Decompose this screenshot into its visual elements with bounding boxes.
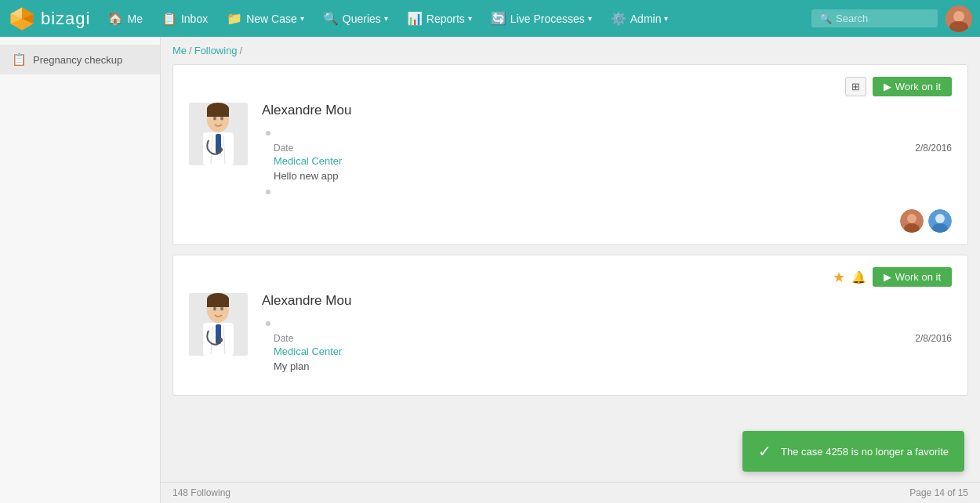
nav-label-inbox: Inbox bbox=[181, 13, 208, 25]
case-2-avatar bbox=[189, 293, 248, 356]
svg-point-32 bbox=[218, 338, 223, 342]
sidebar: 📋 Pregnancy checkup bbox=[0, 37, 161, 503]
search-icon: 🔍 bbox=[819, 13, 832, 24]
chevron-down-icon-reports: ▾ bbox=[468, 14, 472, 23]
chevron-down-icon: ▾ bbox=[300, 14, 304, 23]
nav-label-me: Me bbox=[127, 13, 142, 25]
star-icon[interactable]: ★ bbox=[833, 269, 845, 286]
main-content: Me / Following / ⊞ ▶ Work on it bbox=[161, 37, 980, 482]
detail-row-message-1: Hello new app bbox=[274, 168, 952, 182]
footer-avatar-1a bbox=[900, 209, 924, 233]
case-card-2: ★ 🔔 ▶ Work on it bbox=[172, 255, 968, 396]
nav-item-new-case[interactable]: 📁 New Case ▾ bbox=[217, 0, 314, 37]
breadcrumb: Me / Following / bbox=[172, 45, 968, 56]
play-icon: ▶ bbox=[884, 81, 891, 92]
detail-row-message-2: My plan bbox=[274, 359, 952, 372]
detail-row-date-1: Date 2/8/2016 bbox=[274, 143, 952, 154]
dot-2 bbox=[266, 190, 270, 194]
medical-center-link-2[interactable]: Medical Center bbox=[274, 346, 342, 357]
footer-avatar-1b bbox=[928, 209, 952, 233]
nav-item-reports[interactable]: 📊 Reports ▾ bbox=[397, 0, 481, 37]
nav-label-queries: Queries bbox=[343, 13, 381, 25]
svg-point-33 bbox=[213, 307, 216, 311]
pagination: Page 14 of 15 bbox=[909, 487, 968, 498]
breadcrumb-following[interactable]: Following bbox=[194, 45, 238, 56]
logo[interactable]: bizagi bbox=[8, 5, 90, 33]
case-1-person-info: Alexandre Mou Date 2/8/2016 Medical Cent… bbox=[262, 103, 952, 201]
search-bar[interactable]: 🔍 bbox=[811, 9, 938, 27]
svg-rect-36 bbox=[207, 299, 229, 307]
nav-item-live-processes[interactable]: 🔄 Live Processes ▾ bbox=[481, 0, 601, 37]
toast-check-icon: ✓ bbox=[758, 442, 771, 461]
detail-group-2: Date 2/8/2016 Medical Center My plan bbox=[262, 333, 952, 372]
case-card-2-header: ★ 🔔 ▶ Work on it bbox=[189, 267, 952, 287]
nav-items: 🏠 Me 📋 Inbox 📁 New Case ▾ 🔍 Queries ▾ 📊 … bbox=[98, 0, 811, 37]
detail-row-link-2: Medical Center bbox=[274, 346, 952, 357]
date-label-2: Date bbox=[274, 333, 313, 344]
inbox-icon: 📋 bbox=[162, 11, 177, 26]
status-bar: 148 Following Page 14 of 15 bbox=[161, 482, 980, 503]
case-2-work-on-it-button[interactable]: ▶ Work on it bbox=[873, 267, 952, 287]
case-1-thumbnail-btn[interactable]: ⊞ bbox=[845, 77, 866, 96]
chevron-down-icon-queries: ▾ bbox=[384, 14, 388, 23]
nav-item-admin[interactable]: ⚙️ Admin ▾ bbox=[601, 0, 678, 37]
case-card-1-header: ⊞ ▶ Work on it bbox=[189, 77, 952, 96]
nav-item-queries[interactable]: 🔍 Queries ▾ bbox=[314, 0, 397, 37]
case-1-person: Alexandre Mou Date 2/8/2016 Medical Cent… bbox=[189, 103, 952, 201]
svg-point-7 bbox=[953, 11, 964, 22]
breadcrumb-me[interactable]: Me bbox=[172, 45, 187, 56]
date-label-1: Date bbox=[274, 143, 313, 154]
case-1-avatar bbox=[189, 103, 248, 165]
svg-point-17 bbox=[220, 117, 223, 121]
logo-text: bizagi bbox=[41, 9, 90, 29]
home-icon: 🏠 bbox=[107, 11, 123, 26]
message-2: My plan bbox=[274, 360, 310, 372]
nav-label-new-case: New Case bbox=[246, 13, 297, 25]
case-2-person-name: Alexandre Mou bbox=[262, 293, 952, 309]
chevron-down-icon-live: ▾ bbox=[588, 14, 592, 23]
search-input[interactable] bbox=[836, 13, 930, 24]
sidebar-icon-pregnancy: 📋 bbox=[12, 52, 27, 67]
svg-point-34 bbox=[220, 307, 223, 311]
nav-label-reports: Reports bbox=[426, 13, 465, 25]
nav-label-admin: Admin bbox=[630, 13, 662, 25]
case-1-footer bbox=[189, 209, 952, 233]
reports-icon: 📊 bbox=[407, 11, 423, 26]
dot-3 bbox=[266, 321, 270, 326]
case-2-person-info: Alexandre Mou Date 2/8/2016 Medical Cent… bbox=[262, 293, 952, 375]
svg-point-21 bbox=[907, 214, 916, 223]
svg-point-24 bbox=[935, 214, 945, 223]
svg-point-15 bbox=[218, 147, 223, 152]
toast-message: The case 4258 is no longer a favorite bbox=[781, 446, 949, 458]
case-2-details: Date 2/8/2016 Medical Center My plan bbox=[262, 317, 952, 372]
live-processes-icon: 🔄 bbox=[491, 11, 506, 26]
dot-1 bbox=[266, 131, 270, 136]
svg-rect-19 bbox=[207, 109, 229, 117]
nav-label-live-processes: Live Processes bbox=[510, 13, 585, 25]
message-1: Hello new app bbox=[274, 170, 338, 182]
bell-icon[interactable]: 🔔 bbox=[851, 270, 866, 284]
case-2-person: Alexandre Mou Date 2/8/2016 Medical Cent… bbox=[189, 293, 952, 375]
medical-center-link-1[interactable]: Medical Center bbox=[274, 155, 342, 167]
case-1-person-name: Alexandre Mou bbox=[262, 103, 952, 118]
case-1-work-on-it-button[interactable]: ▶ Work on it bbox=[873, 77, 952, 96]
play-icon-2: ▶ bbox=[884, 271, 891, 283]
sidebar-item-pregnancy-checkup[interactable]: 📋 Pregnancy checkup bbox=[0, 45, 160, 74]
toast-notification: ✓ The case 4258 is no longer a favorite bbox=[742, 431, 964, 472]
nav-item-inbox[interactable]: 📋 Inbox bbox=[152, 0, 217, 37]
case-1-details: Date 2/8/2016 Medical Center Hello new a… bbox=[262, 126, 952, 201]
user-avatar[interactable] bbox=[946, 5, 972, 32]
following-count: 148 Following bbox=[172, 487, 230, 498]
navbar: bizagi 🏠 Me 📋 Inbox 📁 New Case ▾ 🔍 Queri… bbox=[0, 0, 980, 37]
svg-point-16 bbox=[213, 117, 216, 121]
date-value-1: 2/8/2016 bbox=[915, 143, 952, 154]
case-card-1: ⊞ ▶ Work on it bbox=[172, 64, 968, 245]
chevron-down-icon-admin: ▾ bbox=[664, 14, 668, 23]
detail-row-date-2: Date 2/8/2016 bbox=[274, 333, 952, 344]
new-case-icon: 📁 bbox=[227, 11, 242, 26]
date-value-2: 2/8/2016 bbox=[915, 333, 952, 344]
queries-icon: 🔍 bbox=[323, 11, 339, 26]
detail-row-link-1: Medical Center bbox=[274, 155, 952, 167]
detail-group-1: Date 2/8/2016 Medical Center Hello new a… bbox=[262, 143, 952, 182]
nav-item-me[interactable]: 🏠 Me bbox=[98, 0, 151, 37]
